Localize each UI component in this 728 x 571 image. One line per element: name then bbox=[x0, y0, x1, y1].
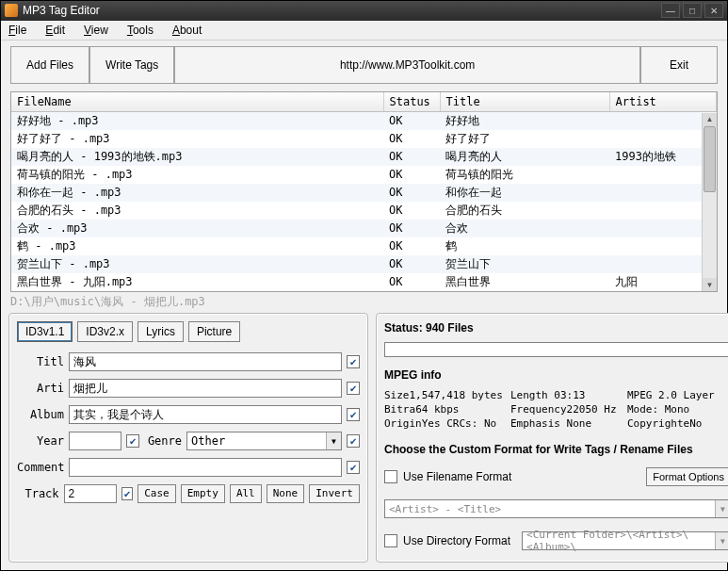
cell-title: 黑白世界 bbox=[440, 273, 609, 291]
file-table[interactable]: FileName Status Title Artist 好好地 - .mp3O… bbox=[10, 91, 718, 292]
close-button[interactable]: ✕ bbox=[704, 3, 723, 18]
chevron-down-icon: ▼ bbox=[715, 500, 728, 517]
case-button[interactable]: Case bbox=[138, 484, 176, 503]
tab-lyrics[interactable]: Lyrics bbox=[138, 321, 184, 342]
table-row[interactable]: 好好地 - .mp3OK好好地 bbox=[11, 111, 717, 130]
info-size: Size1,547,418 bytes bbox=[384, 389, 507, 401]
comment-checkbox[interactable]: ✔ bbox=[347, 461, 360, 474]
title-input[interactable] bbox=[69, 352, 342, 371]
year-input[interactable] bbox=[69, 432, 121, 450]
table-row[interactable]: 贺兰山下 - .mp3OK贺兰山下 bbox=[11, 255, 717, 273]
col-artist[interactable]: Artist bbox=[609, 92, 717, 112]
track-checkbox[interactable]: ✔ bbox=[121, 487, 134, 500]
format-title: Choose the Custom Format for Write Tags … bbox=[384, 443, 728, 456]
format-options-button[interactable]: Format Options bbox=[646, 467, 728, 486]
table-row[interactable]: 好了好了 - .mp3OK好了好了 bbox=[11, 130, 717, 148]
info-emphasis: Emphasis None bbox=[510, 417, 623, 430]
col-title[interactable]: Title bbox=[440, 92, 609, 112]
table-row[interactable]: 黑白世界 - 九阳.mp3OK黑白世界九阳 bbox=[11, 273, 717, 291]
artist-input[interactable] bbox=[69, 379, 342, 398]
cell-title: 黑色的翅膀 bbox=[440, 291, 609, 292]
table-row[interactable]: 和你在一起 - .mp3OK和你在一起 bbox=[11, 184, 717, 202]
cell-filename: 黑色的翅膀 - .mp3 bbox=[11, 291, 383, 292]
cell-status: OK bbox=[383, 202, 440, 220]
menu-tools[interactable]: Tools bbox=[127, 24, 154, 37]
cell-artist bbox=[609, 255, 717, 273]
add-files-button[interactable]: Add Files bbox=[10, 46, 89, 84]
mpeg-info-grid: Size1,547,418 bytes Length 03:13 MPEG 2.… bbox=[384, 389, 728, 430]
cell-artist: 1993的地铁 bbox=[609, 148, 717, 166]
scroll-thumb[interactable] bbox=[704, 126, 716, 192]
scroll-down-icon[interactable]: ▼ bbox=[703, 278, 717, 291]
table-row[interactable]: 荷马镇的阳光 - .mp3OK荷马镇的阳光 bbox=[11, 166, 717, 184]
cell-filename: 喝月亮的人 - 1993的地铁.mp3 bbox=[11, 148, 383, 166]
cell-filename: 黑白世界 - 九阳.mp3 bbox=[11, 273, 383, 291]
app-icon bbox=[5, 4, 18, 17]
track-input[interactable] bbox=[64, 484, 117, 503]
menu-file[interactable]: File bbox=[8, 24, 26, 37]
status-label: Status: 940 Files bbox=[384, 321, 728, 334]
tab-id3v2[interactable]: ID3v2.x bbox=[77, 321, 133, 342]
title-label: Titl bbox=[17, 355, 64, 368]
col-filename[interactable]: FileName bbox=[11, 92, 383, 112]
col-status[interactable]: Status bbox=[383, 92, 440, 112]
menu-about[interactable]: About bbox=[172, 24, 202, 37]
maximize-button[interactable]: □ bbox=[683, 3, 702, 18]
table-row[interactable]: 鹤 - .mp3OK鹤 bbox=[11, 237, 717, 255]
use-filename-checkbox[interactable] bbox=[384, 470, 397, 483]
info-copyright: CopyrighteNo bbox=[627, 417, 728, 430]
menu-edit[interactable]: Edit bbox=[45, 24, 65, 37]
album-checkbox[interactable]: ✔ bbox=[347, 408, 360, 421]
none-button[interactable]: None bbox=[267, 484, 305, 503]
table-row[interactable]: 黑色的翅膀 - .mp3OK黑色的翅膀 bbox=[11, 291, 717, 292]
cell-filename: 好了好了 - .mp3 bbox=[11, 130, 383, 148]
invert-button[interactable]: Invert bbox=[309, 484, 360, 503]
comment-input[interactable] bbox=[69, 458, 342, 477]
minimize-button[interactable]: — bbox=[661, 3, 680, 18]
cell-title: 合欢 bbox=[440, 220, 609, 237]
album-input[interactable] bbox=[69, 405, 342, 424]
progress-bar bbox=[384, 342, 728, 357]
exit-button[interactable]: Exit bbox=[640, 46, 718, 84]
use-directory-checkbox[interactable] bbox=[384, 534, 397, 547]
table-row[interactable]: 合肥的石头 - .mp3OK合肥的石头 bbox=[11, 202, 717, 220]
info-panel: Status: 940 Files MPEG info Size1,547,41… bbox=[376, 313, 728, 563]
table-row[interactable]: 合欢 - .mp3OK合欢 bbox=[11, 220, 717, 237]
cell-status: OK bbox=[383, 220, 440, 237]
artist-checkbox[interactable]: ✔ bbox=[347, 382, 360, 395]
tab-picture[interactable]: Picture bbox=[188, 321, 240, 342]
filename-format-dropdown[interactable]: <Artist> - <Title> ▼ bbox=[384, 499, 728, 518]
table-row[interactable]: 喝月亮的人 - 1993的地铁.mp3OK喝月亮的人1993的地铁 bbox=[11, 148, 717, 166]
info-layer: MPEG 2.0 Layer bbox=[627, 389, 728, 401]
scroll-up-icon[interactable]: ▲ bbox=[703, 113, 717, 126]
all-button[interactable]: All bbox=[230, 484, 262, 503]
cell-artist bbox=[609, 166, 717, 184]
year-label: Year bbox=[17, 434, 64, 448]
cell-filename: 和你在一起 - .mp3 bbox=[11, 184, 383, 202]
menu-view[interactable]: View bbox=[84, 24, 108, 37]
directory-format-dropdown[interactable]: <Current Folder>\<Artist>\<Album>\ ▼ bbox=[522, 531, 728, 550]
genre-label: Genre bbox=[144, 434, 182, 448]
cell-artist bbox=[609, 237, 717, 255]
cell-title: 好了好了 bbox=[440, 130, 609, 148]
year-checkbox[interactable]: ✔ bbox=[126, 434, 139, 448]
cell-filename: 好好地 - .mp3 bbox=[11, 111, 383, 130]
title-checkbox[interactable]: ✔ bbox=[347, 355, 360, 368]
cell-title: 鹤 bbox=[440, 237, 609, 255]
vertical-scrollbar[interactable]: ▲ ▼ bbox=[702, 113, 717, 291]
cell-title: 合肥的石头 bbox=[440, 202, 609, 220]
url-button[interactable]: http://www.MP3Toolkit.com bbox=[174, 46, 640, 84]
write-tags-button[interactable]: Write Tags bbox=[89, 46, 174, 84]
cell-status: OK bbox=[383, 255, 440, 273]
filename-format-value: <Artist> - <Title> bbox=[385, 503, 715, 515]
directory-format-value: <Current Folder>\<Artist>\<Album>\ bbox=[523, 529, 715, 553]
cell-status: OK bbox=[383, 111, 440, 130]
cell-artist: 九阳 bbox=[609, 273, 717, 291]
file-path: D:\用户\music\海风 - 烟把儿.mp3 bbox=[10, 294, 718, 309]
cell-title: 和你在一起 bbox=[440, 184, 609, 202]
mpeg-info-title: MPEG info bbox=[384, 368, 728, 382]
tab-id3v1[interactable]: ID3v1.1 bbox=[17, 321, 73, 342]
genre-dropdown[interactable]: Other ▼ bbox=[186, 432, 342, 450]
genre-checkbox[interactable]: ✔ bbox=[347, 434, 360, 448]
empty-button[interactable]: Empty bbox=[181, 484, 225, 503]
